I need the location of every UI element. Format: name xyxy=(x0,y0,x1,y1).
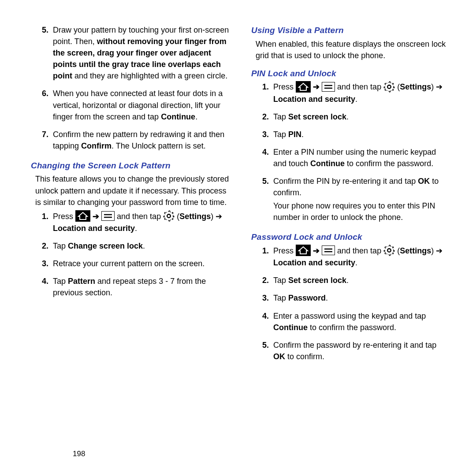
step-number: 4. xyxy=(256,146,273,171)
arrow-icon: ➔ xyxy=(313,81,320,93)
svg-point-10 xyxy=(385,82,394,91)
list-item: 1.Press ➔ and then tap (Settings) ➔ Loca… xyxy=(256,245,450,270)
step-content: Press ➔ and then tap (Settings) ➔ Locati… xyxy=(53,211,229,236)
svg-point-4 xyxy=(164,212,173,220)
list-item: 2.Tap Set screen lock. xyxy=(256,275,450,288)
list-item: 5.Confirm the PIN by re-entering it and … xyxy=(256,175,450,225)
list-item: 3.Tap Password. xyxy=(256,292,450,305)
step-number: 5. xyxy=(256,175,273,225)
step-content: Tap Password. xyxy=(273,292,450,305)
step-number: 7. xyxy=(35,129,53,153)
step-number: 1. xyxy=(256,245,273,270)
menu-icon xyxy=(322,245,335,255)
list-item: 2.Tap Change screen lock. xyxy=(35,240,229,253)
svg-point-11 xyxy=(388,85,391,88)
pattern-steps-list: 5.Draw your pattern by touching your fir… xyxy=(35,24,229,153)
arrow-icon: ➔ xyxy=(93,211,99,222)
heading-pin-lock: PIN Lock and Unlock xyxy=(251,67,450,80)
list-item: 4.Enter a PIN number using the numeric k… xyxy=(256,146,450,171)
step-content: Tap Pattern and repeat steps 3 - 7 from … xyxy=(53,275,229,300)
step-number: 2. xyxy=(256,111,273,124)
change-pattern-steps: 1.Press ➔ and then tap (Settings) ➔ Loca… xyxy=(35,211,229,301)
menu-icon xyxy=(322,82,335,92)
gear-icon xyxy=(383,81,395,93)
list-item: 3.Retrace your current pattern on the sc… xyxy=(35,258,229,271)
list-item: 5.Draw your pattern by touching your fir… xyxy=(35,24,229,83)
manual-page: 5.Draw your pattern by touching your fir… xyxy=(0,0,476,476)
heading-password-lock: Password Lock and Unlock xyxy=(251,231,450,243)
step-content: Confirm the PIN by re-entering it and ta… xyxy=(273,175,450,225)
step-number: 4. xyxy=(35,275,53,300)
right-column: Using Visible a Pattern When enabled, th… xyxy=(251,24,450,441)
step-content: Enter a PIN number using the numeric key… xyxy=(273,146,450,171)
list-item: 4.Enter a password using the keypad and … xyxy=(256,310,450,335)
step-number: 2. xyxy=(35,240,53,253)
list-item: 6.When you have connected at least four … xyxy=(35,88,229,124)
step-number: 5. xyxy=(35,24,53,83)
step-number: 3. xyxy=(256,292,273,305)
intro-change-pattern: This feature allows you to change the pr… xyxy=(35,173,229,208)
menu-icon xyxy=(101,211,115,221)
step-number: 3. xyxy=(256,129,273,142)
home-icon xyxy=(296,245,311,256)
page-number: 198 xyxy=(73,450,450,458)
step-content: Press ➔ and then tap (Settings) ➔ Locati… xyxy=(273,245,450,270)
list-item: 3.Tap PIN. xyxy=(256,129,450,142)
step-continuation: Your phone now requires you to enter thi… xyxy=(273,200,450,223)
heading-visible-pattern: Using Visible a Pattern xyxy=(251,24,450,37)
step-content: Tap Set screen lock. xyxy=(273,111,450,124)
step-content: Confirm the password by re-entering it a… xyxy=(273,339,450,364)
svg-rect-7 xyxy=(322,82,335,92)
step-number: 1. xyxy=(35,211,53,236)
step-number: 5. xyxy=(256,339,273,364)
list-item: 1.Press ➔ and then tap (Settings) ➔ Loca… xyxy=(256,81,450,106)
svg-point-17 xyxy=(388,249,391,252)
step-content: Press ➔ and then tap (Settings) ➔ Locati… xyxy=(273,81,450,106)
list-item: 4.Tap Pattern and repeat steps 3 - 7 fro… xyxy=(35,275,229,300)
step-content: Confirm the new pattern by redrawing it … xyxy=(53,129,229,153)
step-content: Enter a password using the keypad and ta… xyxy=(273,310,450,335)
two-column-layout: 5.Draw your pattern by touching your fir… xyxy=(31,24,450,441)
step-content: When you have connected at least four do… xyxy=(53,88,229,124)
list-item: 5.Confirm the password by re-entering it… xyxy=(256,339,450,364)
gear-icon xyxy=(383,245,395,256)
home-icon xyxy=(296,81,311,93)
svg-rect-13 xyxy=(322,245,335,255)
step-content: Tap Set screen lock. xyxy=(273,275,450,288)
password-lock-steps: 1.Press ➔ and then tap (Settings) ➔ Loca… xyxy=(256,245,450,364)
list-item: 7.Confirm the new pattern by redrawing i… xyxy=(35,129,229,153)
step-number: 6. xyxy=(35,88,53,124)
step-content: Retrace your current pattern on the scre… xyxy=(53,258,229,271)
pin-lock-steps: 1.Press ➔ and then tap (Settings) ➔ Loca… xyxy=(256,81,450,225)
svg-point-16 xyxy=(385,246,394,255)
list-item: 1.Press ➔ and then tap (Settings) ➔ Loca… xyxy=(35,211,229,236)
svg-rect-1 xyxy=(101,211,115,221)
step-number: 2. xyxy=(256,275,273,288)
arrow-icon: ➔ xyxy=(313,245,320,257)
step-content: Tap PIN. xyxy=(273,129,450,142)
list-item: 2.Tap Set screen lock. xyxy=(256,111,450,124)
svg-point-5 xyxy=(167,215,171,218)
step-content: Draw your pattern by touching your first… xyxy=(53,24,229,83)
step-number: 4. xyxy=(256,310,273,335)
step-number: 1. xyxy=(256,81,273,106)
gear-icon xyxy=(163,210,175,222)
step-content: Tap Change screen lock. xyxy=(53,240,229,253)
left-column: 5.Draw your pattern by touching your fir… xyxy=(31,24,229,441)
intro-visible-pattern: When enabled, this feature displays the … xyxy=(256,38,450,61)
step-number: 3. xyxy=(35,258,53,271)
home-icon xyxy=(75,210,90,222)
heading-change-pattern: Changing the Screen Lock Pattern xyxy=(31,160,229,172)
